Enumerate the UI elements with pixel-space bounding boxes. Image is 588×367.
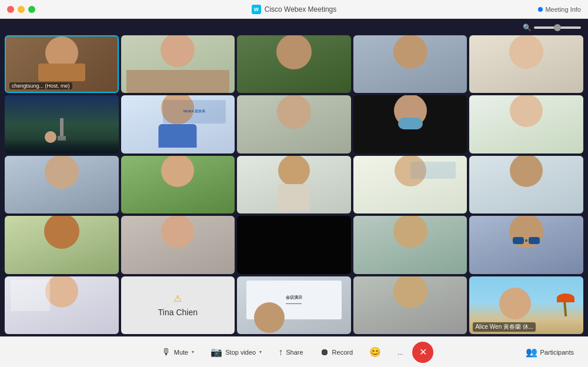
video-dropdown-icon: ▾ <box>259 349 262 355</box>
video-cell-7[interactable]: MOEA 貿协局 <box>121 95 235 153</box>
zoom-controls: 🔍 <box>523 24 581 32</box>
alice-wen-label: Alice Wen 黃春蘭 休... <box>473 322 536 332</box>
minimize-button[interactable] <box>18 6 25 13</box>
video-cell-14[interactable] <box>353 156 467 213</box>
tina-chien-placeholder: ⚠ Tina Chien <box>121 276 235 334</box>
warning-icon: ⚠ <box>173 293 182 304</box>
tina-chien-name: Tina Chien <box>158 308 198 317</box>
webex-logo-icon: W <box>252 5 261 14</box>
meeting-info-dot-icon <box>538 7 543 12</box>
video-cell-9[interactable] <box>353 95 467 153</box>
video-cell-1[interactable]: chengtsung... (Host, me) <box>5 35 119 93</box>
video-cell-22[interactable]: ⚠ Tina Chien <box>121 276 235 334</box>
close-button[interactable] <box>7 6 14 13</box>
app-title: Cisco Webex Meetings <box>265 5 337 14</box>
share-button[interactable]: ↑ Share <box>271 343 310 361</box>
video-cell-8[interactable] <box>237 95 351 153</box>
video-cell-13[interactable] <box>237 156 351 213</box>
video-cell-6[interactable] <box>5 95 119 153</box>
end-icon: ✕ <box>419 346 427 358</box>
video-cell-15[interactable] <box>469 156 583 213</box>
stop-video-button[interactable]: 📷 Stop video ▾ <box>203 343 269 361</box>
title-content: W Cisco Webex Meetings <box>252 5 337 14</box>
mute-icon: 🎙 <box>162 347 171 358</box>
video-cell-4[interactable] <box>353 35 467 93</box>
mute-button[interactable]: 🎙 Mute ▾ <box>155 343 201 361</box>
record-icon: ⏺ <box>320 347 329 358</box>
video-cell-19[interactable] <box>353 216 467 273</box>
video-cell-3[interactable] <box>237 35 351 93</box>
zoom-slider-thumb <box>554 24 561 31</box>
video-cell-12[interactable] <box>121 156 235 213</box>
end-meeting-button[interactable]: ✕ <box>412 342 433 363</box>
more-button[interactable]: ... <box>390 345 410 359</box>
title-bar: W Cisco Webex Meetings Meeting Info <box>0 0 588 19</box>
meeting-info-label: Meeting Info <box>545 6 581 13</box>
video-cell-23[interactable]: 会议演示 ━━━━━━━━━ <box>237 276 351 334</box>
host-label: chengtsung... (Host, me) <box>9 82 72 89</box>
video-cell-25[interactable]: Alice Wen 黃春蘭 休... <box>469 276 583 334</box>
toolbar: 🎙 Mute ▾ 📷 Stop video ▾ ↑ Share ⏺ Record… <box>0 336 588 367</box>
video-cell-21[interactable] <box>5 276 119 334</box>
video-cell-2[interactable] <box>121 35 235 93</box>
zoom-slider[interactable] <box>534 26 581 29</box>
meeting-info-button[interactable]: Meeting Info <box>538 6 581 13</box>
record-button[interactable]: ⏺ Record <box>313 343 360 361</box>
record-label: Record <box>332 349 353 356</box>
video-cell-24[interactable] <box>353 276 467 334</box>
video-cell-11[interactable] <box>5 156 119 213</box>
traffic-lights <box>7 6 35 13</box>
search-icon: 🔍 <box>523 24 532 32</box>
maximize-button[interactable] <box>28 6 35 13</box>
share-label: Share <box>286 349 303 356</box>
more-label: ... <box>397 349 403 356</box>
video-cell-16[interactable] <box>5 216 119 273</box>
participants-label: Participants <box>540 349 574 356</box>
share-icon: ↑ <box>278 347 283 358</box>
video-cell-18[interactable] <box>237 216 351 273</box>
video-icon: 📷 <box>211 346 222 358</box>
participants-icon: 👥 <box>526 346 537 358</box>
mute-dropdown-icon: ▾ <box>192 349 194 355</box>
participants-button[interactable]: 👥 Participants <box>519 343 581 361</box>
video-cell-17[interactable] <box>121 216 235 273</box>
video-cell-5[interactable] <box>469 35 583 93</box>
emoji-icon: 😊 <box>369 346 381 358</box>
video-cell-20[interactable] <box>469 216 583 273</box>
stop-video-label: Stop video <box>225 349 256 356</box>
video-cell-10[interactable] <box>469 95 583 153</box>
video-grid: chengtsung... (Host, me) <box>5 35 583 334</box>
mute-label: Mute <box>174 349 188 356</box>
react-button[interactable]: 😊 <box>362 343 388 361</box>
